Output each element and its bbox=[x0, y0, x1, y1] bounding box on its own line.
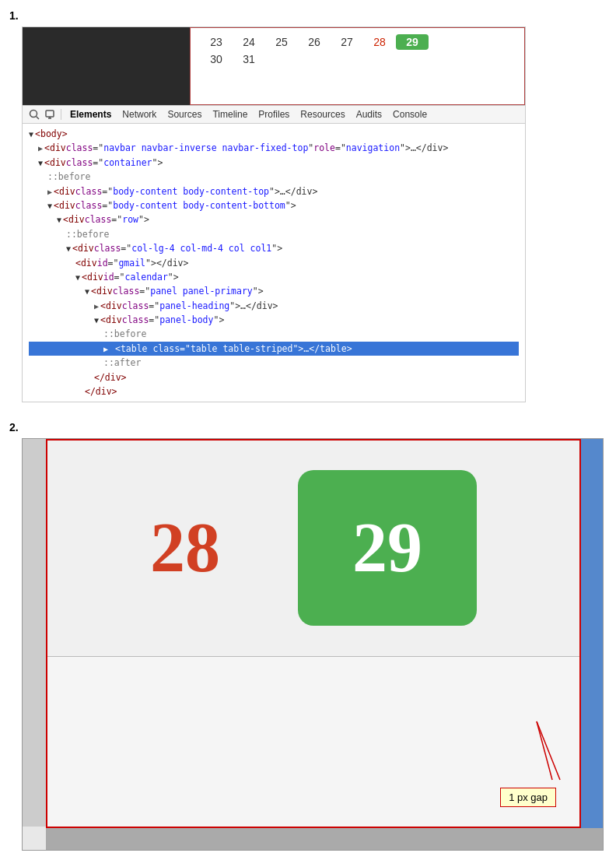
cal-day-25: 25 bbox=[265, 36, 298, 48]
dark-panel bbox=[23, 27, 190, 105]
cal-day-31: 31 bbox=[233, 53, 265, 65]
section1-label: 1. bbox=[9, 9, 607, 22]
devtools-separator bbox=[61, 109, 61, 120]
tab-elements[interactable]: Elements bbox=[65, 107, 116, 121]
svg-line-1 bbox=[37, 117, 40, 120]
section1-wrapper: 23 24 25 26 27 28 29 30 31 bbox=[22, 26, 526, 402]
device-icon[interactable] bbox=[43, 107, 57, 121]
day-28-large: 28 bbox=[150, 507, 220, 588]
tab-resources[interactable]: Resources bbox=[296, 107, 349, 121]
day-29-large: 29 bbox=[298, 470, 477, 626]
tab-audits[interactable]: Audits bbox=[352, 107, 387, 121]
tab-sources[interactable]: Sources bbox=[163, 107, 206, 121]
cal-day-27: 27 bbox=[331, 36, 363, 48]
cal-day-24: 24 bbox=[233, 36, 265, 48]
devtools-code: ▼ <body> ▶ <div class="navbar navbar-inv… bbox=[23, 124, 525, 402]
cal-day-30: 30 bbox=[200, 53, 233, 65]
cal-day-23: 23 bbox=[200, 36, 233, 48]
section2-label: 2. bbox=[9, 421, 607, 434]
search-icon[interactable] bbox=[27, 107, 41, 121]
svg-line-6 bbox=[537, 721, 552, 780]
tab-timeline[interactable]: Timeline bbox=[208, 107, 252, 121]
left-strip bbox=[23, 439, 46, 827]
calendar-zoom-top: 28 29 bbox=[46, 439, 581, 657]
tab-profiles[interactable]: Profiles bbox=[254, 107, 294, 121]
calendar-grid: 23 24 25 26 27 28 29 30 31 bbox=[190, 27, 525, 105]
scrollbar-bottom[interactable] bbox=[46, 828, 581, 850]
section2-wrapper: 28 29 1 px gap bbox=[22, 438, 604, 851]
gap-label-box: 1 px gap bbox=[500, 788, 556, 807]
cal-day-26: 26 bbox=[298, 36, 331, 48]
svg-line-5 bbox=[537, 721, 560, 780]
svg-rect-2 bbox=[46, 111, 54, 117]
tab-network[interactable]: Network bbox=[117, 107, 161, 121]
cal-day-28: 28 bbox=[363, 36, 396, 48]
cal-day-29: 29 bbox=[396, 34, 429, 50]
devtools-toolbar: Elements Network Sources Timeline Profil… bbox=[23, 105, 525, 124]
scrollbar-corner bbox=[581, 828, 603, 850]
gap-annotation: 1 px gap bbox=[500, 788, 556, 807]
scrollbar-right[interactable] bbox=[581, 439, 603, 828]
tab-console[interactable]: Console bbox=[388, 107, 432, 121]
svg-point-0 bbox=[30, 111, 37, 118]
